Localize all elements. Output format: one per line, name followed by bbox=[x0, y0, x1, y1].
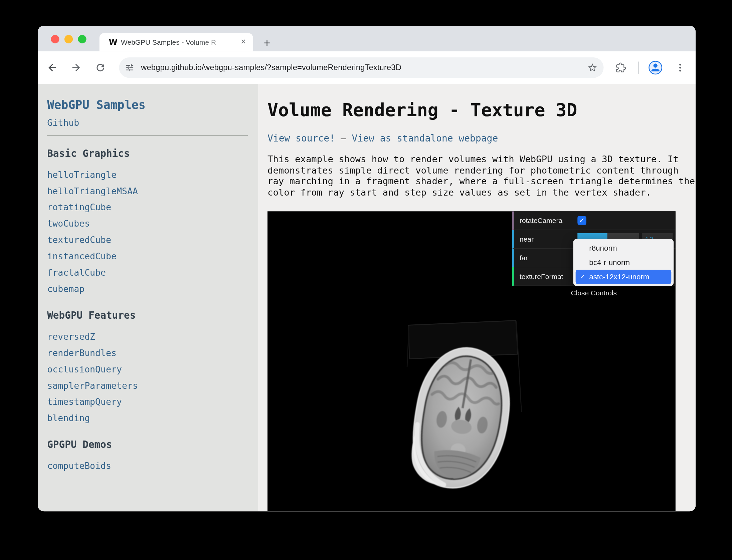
sidebar-item-occlusionQuery[interactable]: occlusionQuery bbox=[47, 364, 248, 374]
bookmark-star-icon[interactable] bbox=[587, 62, 598, 73]
mri-brain-render bbox=[383, 337, 541, 505]
sidebar-item-twoCubes[interactable]: twoCubes bbox=[47, 218, 248, 229]
tab-strip: W WebGPU Samples - Volume R × + bbox=[38, 26, 696, 51]
page-title: Volume Rendering - Texture 3D bbox=[267, 99, 696, 121]
sample-links: View source! — View as standalone webpag… bbox=[267, 132, 696, 144]
gui-label-far: far bbox=[520, 254, 577, 262]
tab-title-fade bbox=[200, 34, 233, 50]
section-heading-webgpu-features: WebGPU Features bbox=[47, 310, 248, 321]
site-settings-icon[interactable] bbox=[125, 63, 135, 72]
section-heading-gpgpu-demos: GPGPU Demos bbox=[47, 439, 248, 450]
close-window-button[interactable] bbox=[51, 35, 59, 43]
github-link[interactable]: Github bbox=[47, 117, 248, 128]
browser-toolbar: webgpu.github.io/webgpu-samples/?sample=… bbox=[38, 51, 696, 84]
browser-window: W WebGPU Samples - Volume R × + bbox=[38, 26, 696, 511]
sidebar-item-rotatingCube[interactable]: rotatingCube bbox=[47, 202, 248, 212]
gui-label-near: near bbox=[520, 235, 577, 243]
sidebar: WebGPU Samples Github Basic Graphics hel… bbox=[38, 84, 258, 512]
browser-tab[interactable]: W WebGPU Samples - Volume R × bbox=[100, 33, 253, 51]
close-controls-button[interactable]: Close Controls bbox=[512, 286, 676, 297]
sidebar-item-instancedCube[interactable]: instancedCube bbox=[47, 251, 248, 261]
render-canvas[interactable]: rotateCamera ✓ near 4.3 far bbox=[267, 211, 676, 511]
dropdown-option-astc-selected[interactable]: ✓ astc-12x12-unorm bbox=[576, 270, 672, 284]
toolbar-divider bbox=[638, 62, 639, 74]
sidebar-item-fractalCube[interactable]: fractalCube bbox=[47, 267, 248, 278]
tab-close-icon[interactable]: × bbox=[238, 37, 248, 47]
new-tab-button[interactable]: + bbox=[260, 36, 273, 49]
sidebar-title: WebGPU Samples bbox=[47, 98, 248, 112]
check-icon: ✓ bbox=[580, 270, 585, 284]
back-icon[interactable] bbox=[47, 62, 58, 73]
view-source-link[interactable]: View source! bbox=[267, 132, 335, 144]
standalone-webpage-link[interactable]: View as standalone webpage bbox=[352, 132, 498, 144]
rotate-camera-checkbox[interactable]: ✓ bbox=[577, 216, 586, 225]
links-separator: — bbox=[341, 132, 346, 144]
extensions-icon[interactable] bbox=[616, 62, 626, 73]
profile-avatar[interactable] bbox=[649, 61, 663, 75]
sidebar-item-samplerParameters[interactable]: samplerParameters bbox=[47, 380, 248, 390]
webgpu-favicon-icon: W bbox=[109, 33, 118, 51]
sidebar-item-computeBoids[interactable]: computeBoids bbox=[47, 461, 248, 471]
sidebar-item-blending[interactable]: blending bbox=[47, 413, 248, 423]
menu-kebab-icon[interactable] bbox=[675, 62, 685, 73]
main-panel: Volume Rendering - Texture 3D View sourc… bbox=[258, 84, 696, 512]
sidebar-item-cubemap[interactable]: cubemap bbox=[47, 284, 248, 294]
window-controls bbox=[51, 35, 86, 43]
page-content: WebGPU Samples Github Basic Graphics hel… bbox=[38, 84, 696, 512]
dropdown-option-label: astc-12x12-unorm bbox=[589, 273, 649, 281]
sidebar-divider bbox=[47, 135, 248, 135]
section-heading-basic-graphics: Basic Graphics bbox=[47, 148, 248, 159]
sidebar-item-reversedZ[interactable]: reversedZ bbox=[47, 331, 248, 342]
sidebar-item-texturedCube[interactable]: texturedCube bbox=[47, 235, 248, 245]
forward-icon[interactable] bbox=[70, 62, 82, 73]
sidebar-item-helloTriangle[interactable]: helloTriangle bbox=[47, 169, 248, 180]
screen: W WebGPU Samples - Volume R × + bbox=[0, 0, 732, 560]
gui-label-textureFormat: textureFormat bbox=[520, 272, 577, 280]
sidebar-item-timestampQuery[interactable]: timestampQuery bbox=[47, 396, 248, 407]
sample-description: This example shows how to render volumes… bbox=[267, 154, 696, 198]
gui-row-rotateCamera: rotateCamera ✓ bbox=[512, 211, 676, 230]
reload-icon[interactable] bbox=[95, 62, 106, 73]
zoom-window-button[interactable] bbox=[78, 35, 86, 43]
url-text: webgpu.github.io/webgpu-samples/?sample=… bbox=[141, 57, 401, 78]
texture-format-dropdown: r8unorm bc4-r-unorm ✓ astc-12x12-unorm bbox=[573, 239, 674, 286]
minimize-window-button[interactable] bbox=[64, 35, 73, 43]
address-bar[interactable]: webgpu.github.io/webgpu-samples/?sample=… bbox=[119, 57, 603, 78]
dropdown-option-bc4-r-unorm[interactable]: bc4-r-unorm bbox=[573, 255, 674, 270]
gui-label-rotateCamera: rotateCamera bbox=[520, 217, 577, 225]
sidebar-item-renderBundles[interactable]: renderBundles bbox=[47, 347, 248, 358]
dropdown-option-r8unorm[interactable]: r8unorm bbox=[573, 241, 674, 255]
sidebar-item-helloTriangleMSAA[interactable]: helloTriangleMSAA bbox=[47, 186, 248, 196]
